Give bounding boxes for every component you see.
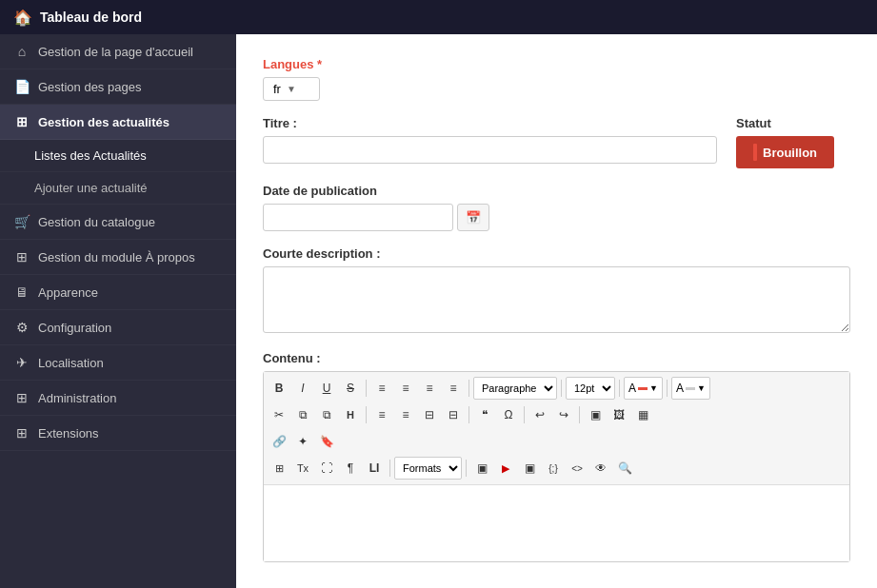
toolbar-find-button[interactable]: 🔍 (613, 457, 636, 480)
toolbar-paste-button[interactable]: ⧉ (315, 403, 338, 426)
sidebar-item-administration[interactable]: ⊞ Administration (0, 381, 236, 416)
sidebar-subitem-ajouter-label: Ajouter une actualité (34, 181, 148, 195)
sidebar-item-apparence[interactable]: 🖥 Apparence (0, 275, 236, 310)
toolbar-youtube-button[interactable]: ▶ (494, 457, 517, 480)
sidebar-item-configuration[interactable]: ⚙ Configuration (0, 310, 236, 345)
statut-group: Statut Brouillon (736, 116, 850, 168)
titre-group: Titre : (263, 116, 717, 164)
titre-input[interactable] (263, 136, 717, 164)
sidebar-label-configuration: Configuration (38, 321, 111, 335)
toolbar-quote-button[interactable]: ❝ (473, 403, 496, 426)
toolbar-bookmark-button[interactable]: 🔖 (315, 430, 338, 453)
toolbar-paragraph-select[interactable]: Paragraphe (473, 377, 557, 400)
courte-desc-textarea[interactable] (263, 266, 850, 333)
toolbar-embed-button[interactable]: ▣ (470, 457, 493, 480)
sidebar-item-catalogue[interactable]: 🛒 Gestion du catalogue (0, 205, 236, 240)
calendar-button[interactable]: 📅 (457, 204, 489, 231)
titre-statut-row: Titre : Statut Brouillon (263, 116, 850, 184)
toolbar-box-button[interactable]: ▣ (518, 457, 541, 480)
tb-sep-10 (389, 460, 390, 477)
langues-group: Langues * fr ▼ (263, 57, 850, 101)
toolbar-html-button[interactable]: H (339, 403, 362, 426)
toolbar-row-1: B I U S ≡ ≡ ≡ ≡ Paragraphe (268, 375, 846, 402)
main-content: Langues * fr ▼ Titre : Statut Brouillon (236, 34, 877, 588)
sidebar-subitem-liste[interactable]: Listes des Actualités (0, 140, 236, 172)
sidebar-label-apparence: Apparence (38, 285, 98, 300)
toolbar-strike-button[interactable]: S (339, 377, 362, 400)
toolbar-align-center-button[interactable]: ≡ (394, 377, 417, 400)
sidebar-item-extensions[interactable]: ⊞ Extensions (0, 416, 236, 451)
brouillon-label: Brouillon (763, 146, 817, 160)
contenu-label: Contenu : (263, 351, 850, 365)
sidebar-label-actualites: Gestion des actualités (38, 115, 169, 129)
apropos-icon: ⊞ (13, 249, 30, 265)
toolbar-underline-button[interactable]: U (315, 377, 338, 400)
toolbar-align-left-button[interactable]: ≡ (370, 377, 393, 400)
toolbar-align-right-button[interactable]: ≡ (418, 377, 441, 400)
toolbar-paragraph2-button[interactable]: ¶ (339, 457, 362, 480)
toolbar-image-button[interactable]: 🖼 (608, 403, 630, 426)
toolbar-formats-select[interactable]: Formats (394, 457, 462, 480)
sidebar-label-apropos: Gestion du module À propos (38, 250, 195, 265)
toolbar-media-button[interactable]: ▦ (631, 403, 654, 426)
sidebar-item-actualites[interactable]: ⊞ Gestion des actualités (0, 105, 236, 140)
toolbar-li-button[interactable]: LI (363, 457, 386, 480)
tb-sep-5 (667, 380, 668, 397)
courte-desc-group: Courte description : (263, 246, 850, 336)
toolbar-link-button[interactable]: 🔗 (268, 430, 290, 453)
date-group: Date de publication 📅 (263, 184, 850, 231)
sidebar-item-apropos[interactable]: ⊞ Gestion du module À propos (0, 240, 236, 275)
toolbar-undo-button[interactable]: ↩ (528, 403, 551, 426)
sidebar-subitem-ajouter[interactable]: Ajouter une actualité (0, 172, 236, 205)
topbar: 🏠 Tableau de bord (0, 0, 877, 34)
titre-label: Titre : (263, 116, 717, 130)
toolbar-source-button[interactable]: <> (566, 457, 588, 480)
toolbar-outdent-button[interactable]: ⊟ (442, 403, 465, 426)
tb-sep-8 (524, 406, 525, 423)
highlight-a-label: A (676, 382, 684, 395)
highlight-color-arrow: ▼ (697, 383, 706, 393)
sidebar-label-pages: Gestion des pages (38, 80, 141, 94)
toolbar-anchor-button[interactable]: ✦ (291, 430, 314, 453)
sidebar-item-pages[interactable]: 📄 Gestion des pages (0, 69, 236, 105)
toolbar-preview-button[interactable]: 👁 (589, 457, 612, 480)
toolbar-copy-button[interactable]: ⧉ (291, 403, 314, 426)
main-layout: ⌂ Gestion de la page d'accueil 📄 Gestion… (0, 34, 877, 588)
toolbar-table2-button[interactable]: ⊞ (268, 457, 290, 480)
calendar-icon: 📅 (466, 210, 481, 225)
tb-sep-7 (468, 406, 469, 423)
toolbar-indent-button[interactable]: ⊟ (418, 403, 441, 426)
toolbar-fontcolor-button[interactable]: A ▼ (624, 377, 663, 400)
contenu-group: Contenu : B I U S ≡ ≡ ≡ ≡ (263, 351, 850, 562)
toolbar-css-button[interactable]: {;} (542, 457, 565, 480)
toolbar-redo-button[interactable]: ↪ (552, 403, 575, 426)
tb-sep-9 (579, 406, 580, 423)
sidebar-label-localisation: Localisation (38, 356, 104, 370)
apparence-icon: 🖥 (13, 284, 30, 300)
toolbar-align-justify-button[interactable]: ≡ (442, 377, 465, 400)
editor-body[interactable] (264, 485, 849, 561)
tb-sep-11 (466, 460, 467, 477)
brouillon-button[interactable]: Brouillon (736, 136, 834, 168)
toolbar-cut-button[interactable]: ✂ (268, 403, 290, 426)
sidebar-label-catalogue: Gestion du catalogue (38, 215, 155, 229)
toolbar-fullscreen-button[interactable]: ⛶ (315, 457, 338, 480)
editor-wrap: B I U S ≡ ≡ ≡ ≡ Paragraphe (263, 371, 850, 562)
toolbar-bold-button[interactable]: B (268, 377, 290, 400)
toolbar-table-button[interactable]: ▣ (584, 403, 607, 426)
toolbar-special-char-button[interactable]: Ω (497, 403, 520, 426)
toolbar-olist-button[interactable]: ≡ (394, 403, 417, 426)
toolbar-ulist-button[interactable]: ≡ (370, 403, 393, 426)
toolbar-highlight-button[interactable]: A ▼ (671, 377, 710, 400)
date-label: Date de publication (263, 184, 850, 198)
font-a-label: A (628, 382, 636, 395)
sidebar-item-localisation[interactable]: ✈ Localisation (0, 345, 236, 381)
lang-dropdown[interactable]: fr ▼ (263, 77, 320, 101)
pages-icon: 📄 (13, 79, 30, 94)
statut-label: Statut (736, 116, 850, 130)
sidebar-item-accueil[interactable]: ⌂ Gestion de la page d'accueil (0, 34, 236, 69)
date-input[interactable] (263, 204, 453, 231)
toolbar-italic-button[interactable]: I (291, 377, 314, 400)
toolbar-fontsize-select[interactable]: 12pt (566, 377, 615, 400)
toolbar-clearformat-button[interactable]: Tx (291, 457, 314, 480)
